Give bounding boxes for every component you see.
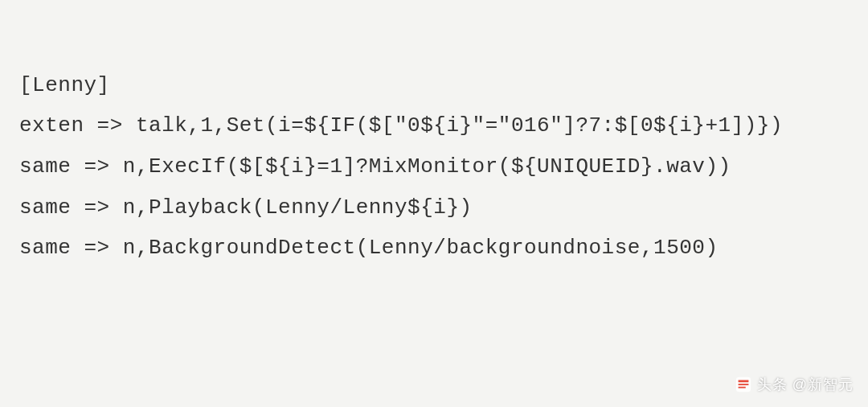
watermark-attribution: @新智元 bbox=[792, 371, 854, 399]
svg-rect-1 bbox=[738, 380, 748, 383]
svg-rect-3 bbox=[738, 387, 745, 388]
watermark: 头条 @新智元 bbox=[735, 371, 854, 399]
code-line-4: same => n,Playback(Lenny/Lenny${i}) bbox=[19, 195, 473, 220]
code-block: [Lenny] exten => talk,1,Set(i=${IF($["0$… bbox=[19, 24, 849, 269]
code-line-3: same => n,ExecIf($[${i}=1]?MixMonitor(${… bbox=[19, 154, 731, 179]
watermark-prefix: 头条 bbox=[757, 371, 788, 399]
toutiao-icon bbox=[735, 376, 752, 393]
code-line-5: same => n,BackgroundDetect(Lenny/backgro… bbox=[19, 236, 719, 260]
svg-rect-2 bbox=[738, 384, 748, 386]
code-line-1: [Lenny] bbox=[19, 73, 110, 97]
code-line-2: exten => talk,1,Set(i=${IF($["0${i}"="01… bbox=[19, 113, 783, 138]
